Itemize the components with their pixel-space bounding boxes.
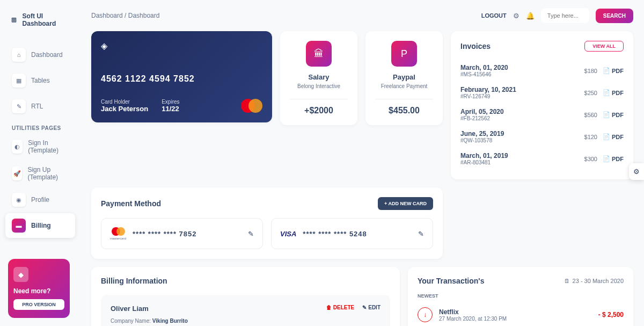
trash-icon: 🗑 <box>326 305 332 310</box>
promo-title: Need more? <box>13 287 64 295</box>
diamond-icon: ◆ <box>13 267 28 282</box>
nav-section-label: UTILITIES PAGES <box>5 120 75 134</box>
transaction-row: ↓Netflix27 March 2020, at 12:30 PM- $ 2,… <box>418 303 624 326</box>
payment-card-mastercard: mastercard **** **** **** 7852 ✎ <box>101 218 263 249</box>
arrow-down-icon: ↓ <box>418 307 433 322</box>
rtl-icon: ✎ <box>12 99 26 113</box>
billing-info-card: Billing Information Oliver Liam🗑DELETE✎E… <box>91 267 400 326</box>
transactions-title: Your Transaction's <box>418 277 484 285</box>
invoice-row: June, 25, 2019#QW-103578$120📄PDF <box>460 126 624 148</box>
card-expires: 11/22 <box>162 105 179 113</box>
viewall-button[interactable]: VIEW ALL <box>584 41 624 52</box>
settings-float-button[interactable]: ⚙ <box>629 163 644 180</box>
add-card-button[interactable]: + ADD NEW CARD <box>378 197 433 210</box>
pdf-icon: 📄 <box>603 155 610 162</box>
promo-card: ◆ Need more? PRO VERSION <box>8 259 70 318</box>
transactions-range: 🗓23 - 30 March 2020 <box>564 278 624 284</box>
billing-icon: ▬ <box>12 219 26 233</box>
sidebar-item-dashboard[interactable]: ⌂Dashboard <box>5 42 75 67</box>
billing-item: Oliver Liam🗑DELETE✎EDITCompany Name: Vik… <box>101 295 390 326</box>
logo-text: Soft UI Dashboard <box>23 12 71 27</box>
edit-card-icon[interactable]: ✎ <box>248 230 254 238</box>
payment-card-visa: VISA **** **** **** 5248 ✎ <box>271 218 433 249</box>
sidebar-item-signin[interactable]: ◐Sign In (Template) <box>5 134 75 160</box>
mastercard-icon: mastercard <box>110 227 126 240</box>
paypal-icon: P <box>391 41 417 67</box>
card-number: 4562 1122 4594 7852 <box>101 74 262 84</box>
signup-icon: 🚀 <box>12 166 22 180</box>
payment-title: Payment Method <box>101 199 161 208</box>
sidebar-item-tables[interactable]: ▦Tables <box>5 68 75 93</box>
pdf-icon: 📄 <box>603 67 610 74</box>
topbar: Dashboard / Dashboard LOGOUT ⚙ 🔔 SEARCH <box>91 8 633 23</box>
invoice-row: April, 05, 2020#FB-212562$560📄PDF <box>460 104 624 126</box>
invoice-row: February, 10, 2021#RV-126749$250📄PDF <box>460 82 624 104</box>
paypal-card: P Paypal Freelance Payment $455.00 <box>365 31 443 125</box>
pdf-icon: 📄 <box>603 133 610 140</box>
signin-icon: ◐ <box>12 140 23 154</box>
breadcrumb-root[interactable]: Dashboard <box>91 12 123 19</box>
edit-button[interactable]: ✎EDIT <box>362 305 380 310</box>
main-content: Dashboard / Dashboard LOGOUT ⚙ 🔔 SEARCH … <box>80 0 644 326</box>
pdf-icon: 📄 <box>603 111 610 118</box>
pdf-button[interactable]: 📄PDF <box>603 133 624 140</box>
pdf-icon: 📄 <box>603 89 610 96</box>
mastercard-icon <box>241 99 262 113</box>
pdf-button[interactable]: 📄PDF <box>603 111 624 118</box>
trans-section-label: NEWEST <box>418 293 624 299</box>
billing-title: Billing Information <box>101 277 390 285</box>
sidebar-item-billing[interactable]: ▬Billing <box>5 213 75 238</box>
gear-icon: ⚙ <box>633 168 640 176</box>
bank-icon: 🏛 <box>306 41 332 67</box>
invoices-card: Invoices VIEW ALL March, 01, 2020#MS-415… <box>451 31 633 179</box>
visa-icon: VISA <box>280 230 296 238</box>
sidebar-item-profile[interactable]: ◉Profile <box>5 187 75 212</box>
logout-button[interactable]: LOGOUT <box>481 12 507 19</box>
calendar-icon: 🗓 <box>564 278 570 284</box>
invoices-title: Invoices <box>460 42 491 50</box>
card-holder: Jack Peterson <box>101 105 148 113</box>
invoice-row: March, 01, 2020#MS-415646$180📄PDF <box>460 60 624 82</box>
sidebar: ⊞ Soft UI Dashboard ⌂Dashboard ▦Tables ✎… <box>0 0 80 326</box>
home-icon: ⌂ <box>12 48 26 62</box>
sidebar-item-signup[interactable]: 🚀Sign Up (Template) <box>5 161 75 186</box>
profile-icon: ◉ <box>12 193 26 207</box>
edit-card-icon[interactable]: ✎ <box>418 230 424 238</box>
sidebar-item-rtl[interactable]: ✎RTL <box>5 94 75 119</box>
invoice-row: March, 01, 2019#AR-803481$300📄PDF <box>460 148 624 170</box>
breadcrumb-current: Dashboard <box>128 12 160 19</box>
wifi-icon: ◈ <box>101 41 262 51</box>
search-button[interactable]: SEARCH <box>596 9 633 23</box>
transactions-card: Your Transaction's 🗓23 - 30 March 2020 N… <box>408 267 633 326</box>
logo[interactable]: ⊞ Soft UI Dashboard <box>5 8 75 32</box>
pro-version-button[interactable]: PRO VERSION <box>13 299 64 310</box>
table-icon: ▦ <box>12 74 26 88</box>
payment-method-card: Payment Method + ADD NEW CARD mastercard… <box>91 187 443 259</box>
pdf-button[interactable]: 📄PDF <box>603 67 624 74</box>
breadcrumb: Dashboard / Dashboard <box>91 12 159 19</box>
credit-card: ◈ 4562 1122 4594 7852 Card HolderJack Pe… <box>91 31 272 122</box>
gear-icon[interactable]: ⚙ <box>513 12 519 20</box>
pencil-icon: ✎ <box>362 305 367 310</box>
pdf-button[interactable]: 📄PDF <box>603 155 624 162</box>
salary-card: 🏛 Salary Belong Interactive +$2000 <box>280 31 357 125</box>
delete-button[interactable]: 🗑DELETE <box>326 305 354 310</box>
search-input[interactable] <box>541 8 589 23</box>
bell-icon[interactable]: 🔔 <box>526 12 535 20</box>
logo-icon: ⊞ <box>10 15 18 25</box>
pdf-button[interactable]: 📄PDF <box>603 89 624 96</box>
